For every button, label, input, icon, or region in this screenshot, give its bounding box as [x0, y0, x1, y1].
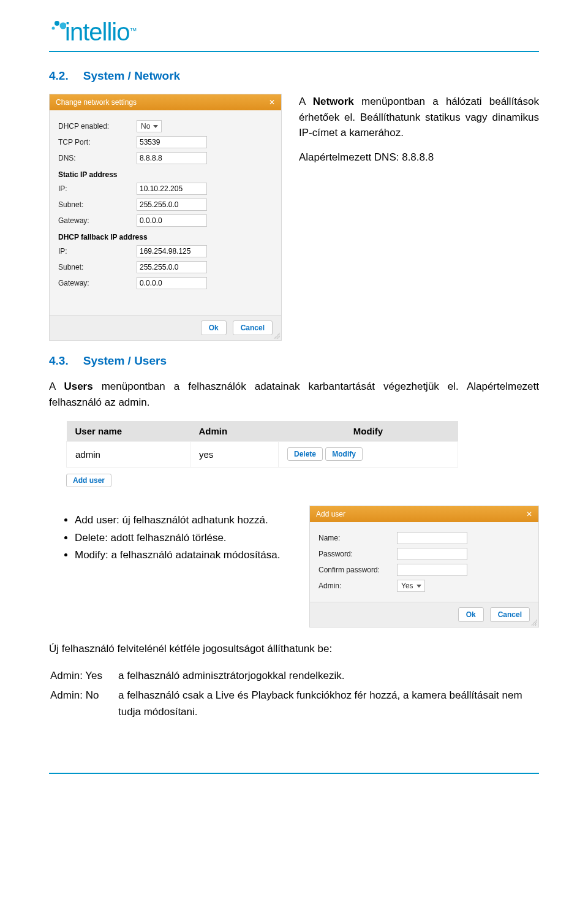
resize-grip-icon[interactable] — [531, 620, 537, 626]
admin-select[interactable]: Yes — [397, 580, 425, 592]
name-label: Name: — [318, 534, 392, 542]
static-gateway-label: Gateway: — [58, 216, 132, 225]
admin-label: Admin: — [318, 582, 392, 590]
cell-admin: yes — [190, 441, 278, 467]
admin-rights-table: Admin: Yes a felhasználó adminisztrátorj… — [49, 667, 539, 724]
dialog-title: Add user — [316, 510, 345, 518]
section-network-title: 4.2.System / Network — [49, 69, 539, 83]
static-ip-input[interactable] — [137, 183, 207, 195]
list-item: Modify: a felhasználó adatainak módosítá… — [75, 547, 292, 564]
cell-username: admin — [67, 441, 190, 467]
admin-yes-desc: a felhasználó adminisztrátorjogokkal ren… — [118, 668, 538, 686]
network-para-2: Alapértelmezett DNS: 8.8.8.8 — [299, 150, 539, 165]
list-item: Delete: adott felhasználó törlése. — [75, 529, 292, 547]
dns-label: DNS: — [58, 154, 132, 162]
tcp-port-input[interactable] — [137, 136, 207, 148]
header-divider — [49, 51, 539, 52]
users-col-modify: Modify — [279, 421, 458, 442]
dialog-header: Add user ✕ — [310, 506, 538, 522]
logo-text: intellio — [65, 18, 129, 46]
admin-no-desc: a felhasználó csak a Live és Playback fu… — [118, 688, 538, 722]
close-icon[interactable]: ✕ — [526, 510, 532, 518]
dns-input[interactable] — [137, 152, 207, 164]
svg-point-1 — [55, 21, 59, 26]
fallback-ip-label: IP: — [58, 247, 132, 256]
close-icon[interactable]: ✕ — [269, 98, 275, 107]
name-input[interactable] — [397, 532, 467, 544]
section-name: System / Users — [83, 354, 167, 367]
dialog-header: Change network settings ✕ — [50, 94, 281, 110]
fallback-ip-heading: DHCP fallback IP address — [58, 233, 273, 241]
dhcp-label: DHCP enabled: — [58, 122, 132, 131]
section-name: System / Network — [83, 69, 180, 82]
new-user-para: Új felhasználó felvitelénél kétféle jogo… — [49, 641, 539, 657]
users-para: A Users menüpontban a felhasználók adata… — [49, 379, 539, 411]
static-ip-label: IP: — [58, 184, 132, 193]
ok-button[interactable]: Ok — [201, 320, 227, 335]
modify-button[interactable]: Modify — [325, 447, 363, 461]
dialog-title: Change network settings — [56, 98, 137, 107]
admin-yes-label: Admin: Yes — [50, 668, 117, 686]
password-input[interactable] — [397, 548, 467, 560]
resize-grip-icon[interactable] — [274, 333, 280, 339]
tcp-port-label: TCP Port: — [58, 138, 132, 146]
add-user-button[interactable]: Add user — [66, 474, 111, 487]
users-col-admin: Admin — [190, 421, 278, 442]
admin-no-label: Admin: No — [50, 688, 117, 722]
section-users-title: 4.3.System / Users — [49, 354, 539, 368]
logo: intellio ™ — [49, 12, 539, 48]
cancel-button[interactable]: Cancel — [490, 607, 530, 622]
add-user-dialog: Add user ✕ Name: Password: Confirm passw… — [309, 506, 539, 628]
network-para-1: A Network menüpontban a hálózati beállít… — [299, 94, 539, 141]
section-number: 4.2. — [49, 69, 69, 82]
delete-button[interactable]: Delete — [287, 447, 323, 461]
static-ip-heading: Static IP address — [58, 170, 273, 179]
static-subnet-input[interactable] — [137, 199, 207, 211]
table-row: admin yes Delete Modify — [67, 441, 458, 467]
password-label: Password: — [318, 550, 392, 558]
users-col-username: User name — [67, 421, 190, 442]
logo-trademark: ™ — [129, 26, 137, 35]
fallback-gateway-input[interactable] — [137, 277, 207, 289]
users-table-block: User name Admin Modify admin yes Delete … — [66, 421, 458, 487]
footer-divider — [49, 773, 539, 774]
fallback-gateway-label: Gateway: — [58, 279, 132, 287]
section-number: 4.3. — [49, 354, 69, 367]
confirm-password-label: Confirm password: — [318, 566, 392, 574]
fallback-ip-input[interactable] — [137, 245, 207, 257]
static-subnet-label: Subnet: — [58, 200, 132, 209]
cancel-button[interactable]: Cancel — [233, 320, 273, 335]
cell-actions: Delete Modify — [279, 441, 458, 467]
fallback-subnet-label: Subnet: — [58, 263, 132, 271]
logo-dots-icon — [50, 20, 66, 31]
svg-point-0 — [52, 27, 55, 30]
static-gateway-input[interactable] — [137, 214, 207, 227]
confirm-password-input[interactable] — [397, 564, 467, 576]
bullet-list: Add user: új felhasználót adhatunk hozzá… — [75, 512, 292, 565]
dhcp-select[interactable]: No — [137, 120, 162, 132]
network-dialog: Change network settings ✕ DHCP enabled: … — [49, 94, 282, 341]
list-item: Add user: új felhasználót adhatunk hozzá… — [75, 512, 292, 529]
ok-button[interactable]: Ok — [458, 607, 484, 622]
fallback-subnet-input[interactable] — [137, 261, 207, 273]
